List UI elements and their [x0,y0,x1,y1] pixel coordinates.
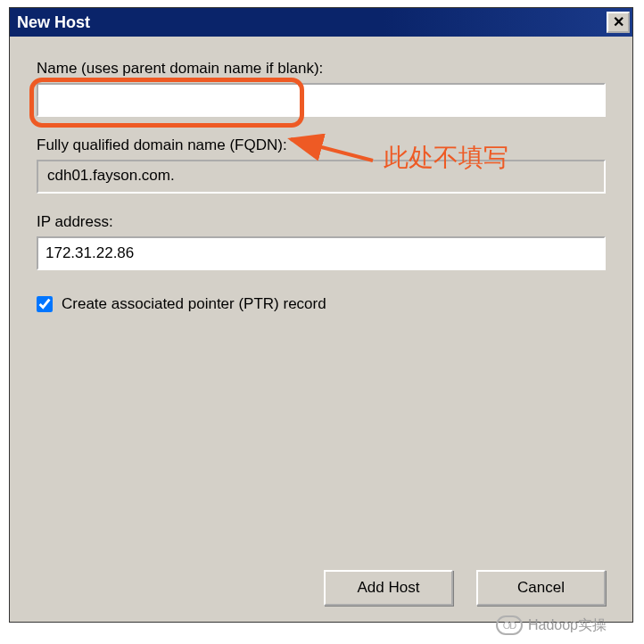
watermark-cloud-icon: OD [496,615,523,635]
ptr-checkbox[interactable] [37,296,53,312]
fqdn-label: Fully qualified domain name (FQDN): [37,136,606,154]
add-host-button[interactable]: Add Host [324,570,453,606]
fqdn-display: cdh01.fayson.com. [37,160,606,194]
name-input-wrapper [37,83,606,117]
ip-input[interactable] [37,236,606,270]
dialog-content: Name (uses parent domain name if blank):… [10,37,632,622]
ptr-checkbox-row: Create associated pointer (PTR) record [37,295,606,313]
titlebar: New Host ✕ [10,8,632,37]
ip-field-group: IP address: [37,213,606,270]
close-icon: ✕ [613,15,624,29]
ptr-label: Create associated pointer (PTR) record [62,295,326,313]
fqdn-field-group: Fully qualified domain name (FQDN): cdh0… [37,136,606,194]
ip-label: IP address: [37,213,606,231]
new-host-dialog: New Host ✕ Name (uses parent domain name… [9,7,633,623]
cancel-button[interactable]: Cancel [476,570,606,606]
window-title: New Host [17,13,90,32]
button-row: Add Host Cancel [37,552,606,606]
name-label: Name (uses parent domain name if blank): [37,60,606,78]
name-input[interactable] [37,83,606,117]
name-field-group: Name (uses parent domain name if blank): [37,60,606,117]
close-button[interactable]: ✕ [607,12,630,33]
watermark-text: Hadoop实操 [528,616,607,635]
watermark: OD Hadoop实操 [496,615,607,635]
